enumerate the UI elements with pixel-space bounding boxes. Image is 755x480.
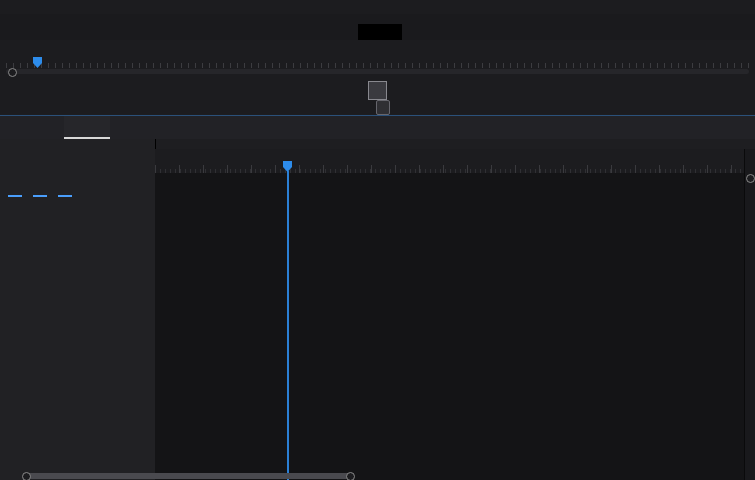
scrollbar-left-handle[interactable] [22, 472, 31, 480]
track-clips-area [155, 173, 745, 480]
export-frame-button[interactable] [507, 82, 524, 99]
program-video-area [0, 14, 755, 40]
timeline-playhead-line[interactable] [287, 171, 289, 480]
timeline-tab-bar [0, 116, 755, 139]
track-headers [0, 173, 155, 480]
vertical-scrollbar[interactable] [744, 149, 755, 480]
tab-edit[interactable] [0, 116, 32, 139]
scrollbar-right-handle[interactable] [346, 472, 355, 480]
transport-controls [0, 79, 755, 101]
timeline-ruler[interactable] [155, 149, 745, 174]
step-forward-button[interactable] [395, 82, 412, 99]
extract-button[interactable] [481, 82, 498, 99]
tooltip [376, 100, 390, 115]
mark-in-button[interactable] [257, 82, 274, 99]
tab-stemes[interactable] [64, 116, 110, 139]
timeline-panel [0, 115, 755, 480]
program-seek-ruler[interactable] [6, 57, 749, 68]
video-frame [358, 24, 402, 40]
zoom-scrollbar-handle[interactable] [8, 68, 17, 77]
play-stop-button[interactable] [369, 82, 386, 99]
program-zoom-scrollbar[interactable] [6, 69, 749, 74]
lift-button[interactable] [455, 82, 472, 99]
go-to-out-button[interactable] [421, 82, 438, 99]
add-marker-button[interactable] [231, 82, 248, 99]
premiere-window [0, 0, 755, 480]
go-to-in-button[interactable] [317, 82, 334, 99]
step-back-button[interactable] [343, 82, 360, 99]
tab-tracks[interactable] [32, 116, 64, 139]
mark-out-button[interactable] [283, 82, 300, 99]
program-monitor-panel [0, 0, 755, 114]
vertical-scrollbar-handle[interactable] [746, 174, 755, 183]
horizontal-scrollbar[interactable] [25, 473, 352, 479]
